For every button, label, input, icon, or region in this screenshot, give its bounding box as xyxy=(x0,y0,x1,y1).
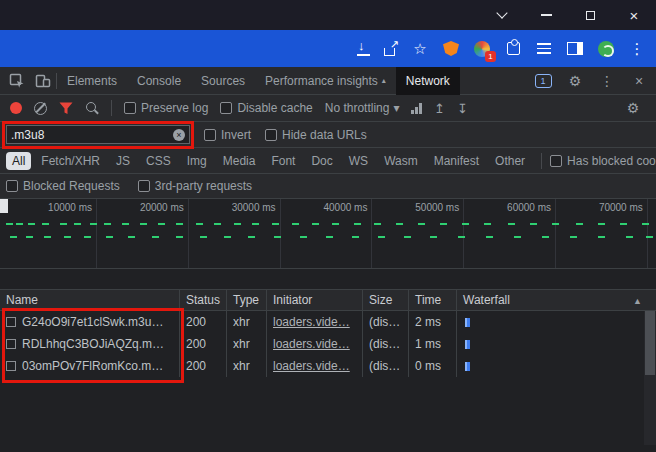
filter-input[interactable] xyxy=(11,128,170,142)
filter-pill-media[interactable]: Media xyxy=(217,152,262,170)
filter-pill-all[interactable]: All xyxy=(6,152,31,170)
minimize-button[interactable] xyxy=(524,0,568,30)
tab-bar-right-controls: 1 ⚙ ⋮ × xyxy=(530,68,652,94)
tab-network[interactable]: Network xyxy=(396,67,460,95)
initiator-link[interactable]: loaders.vide… xyxy=(273,359,350,373)
initiator-link[interactable]: loaders.vide… xyxy=(273,315,350,329)
network-activity-mark xyxy=(620,223,627,225)
network-activity-mark xyxy=(332,223,339,225)
download-tray xyxy=(357,54,370,56)
filter-pill-manifest[interactable]: Manifest xyxy=(428,152,485,170)
filter-pill-doc[interactable]: Doc xyxy=(305,152,338,170)
column-header-status[interactable]: Status xyxy=(180,290,227,310)
network-activity-mark xyxy=(642,223,649,225)
green-extension-icon[interactable] xyxy=(597,40,615,58)
filter-pill-js[interactable]: JS xyxy=(110,152,136,170)
request-name: G24oO9i7et1clSwk.m3u… xyxy=(22,315,163,329)
clear-filter-icon[interactable]: × xyxy=(173,129,185,141)
row-checkbox[interactable] xyxy=(6,317,16,327)
network-settings-gear-icon[interactable]: ⚙ xyxy=(620,95,646,121)
window-chevron-button[interactable] xyxy=(480,0,524,30)
export-har-icon[interactable]: ↧ xyxy=(457,101,468,116)
extension-badged-icon[interactable]: 1 xyxy=(473,40,491,58)
network-activity-mark xyxy=(90,223,97,225)
filter-funnel-icon[interactable] xyxy=(59,102,73,115)
title-bar: × xyxy=(0,0,656,30)
waterfall-bar xyxy=(465,318,470,327)
column-header-size[interactable]: Size xyxy=(363,290,409,310)
sort-arrow-icon[interactable]: ▲ xyxy=(633,296,642,306)
column-header-type[interactable]: Type xyxy=(227,290,267,310)
column-header-time[interactable]: Time xyxy=(409,290,457,310)
filter-pill-ws[interactable]: WS xyxy=(343,152,374,170)
timeline-tick-label: 30000 ms xyxy=(214,202,276,213)
close-devtools-icon[interactable]: × xyxy=(626,68,652,94)
third-party-checkbox[interactable] xyxy=(138,180,150,192)
reading-list-icon[interactable] xyxy=(535,40,553,58)
preserve-log-checkbox[interactable] xyxy=(124,102,136,114)
table-row[interactable]: G24oO9i7et1clSwk.m3u…200xhrloaders.vide…… xyxy=(0,311,656,333)
throttling-select[interactable]: No throttling ▾ xyxy=(325,101,400,115)
hide-data-urls-checkbox[interactable] xyxy=(265,129,277,141)
table-row[interactable]: RDLhhqC3BOJiAQZq.m…200xhrloaders.vide…(d… xyxy=(0,333,656,355)
disable-cache-checkbox[interactable] xyxy=(220,102,232,114)
record-button[interactable] xyxy=(10,102,22,114)
settings-gear-icon[interactable]: ⚙ xyxy=(562,68,588,94)
search-icon[interactable] xyxy=(85,101,99,115)
status-cell: 200 xyxy=(180,333,227,355)
clear-network-log-icon[interactable] xyxy=(34,102,47,115)
invert-checkbox[interactable] xyxy=(204,129,216,141)
filter-pill-wasm[interactable]: Wasm xyxy=(378,152,424,170)
metamask-icon[interactable] xyxy=(442,40,460,58)
column-header-name[interactable]: Name xyxy=(0,290,180,310)
row-checkbox[interactable] xyxy=(6,339,16,349)
browser-menu-icon[interactable]: ⋮ xyxy=(628,40,646,58)
blocked-requests-checkbox[interactable] xyxy=(6,180,18,192)
timeline-gridline xyxy=(280,199,281,268)
devtools-menu-icon[interactable]: ⋮ xyxy=(594,68,620,94)
has-blocked-cookies-checkbox-group: Has blocked cookies xyxy=(550,154,656,168)
messages-badge-icon[interactable]: 1 xyxy=(530,68,556,94)
bookmark-star-icon[interactable]: ☆ xyxy=(411,40,429,58)
tab-console[interactable]: Console xyxy=(127,67,191,95)
filter-pill-img[interactable]: Img xyxy=(181,152,213,170)
device-toolbar-icon[interactable] xyxy=(30,68,56,94)
row-checkbox[interactable] xyxy=(6,361,16,371)
side-panel-icon[interactable] xyxy=(566,40,584,58)
close-icon: × xyxy=(630,7,639,24)
has-blocked-cookies-checkbox[interactable] xyxy=(550,155,562,167)
tab-performance-insights[interactable]: Performance insights▴ xyxy=(255,67,396,95)
filter-pill-css[interactable]: CSS xyxy=(140,152,177,170)
maximize-button[interactable] xyxy=(568,0,612,30)
network-conditions-icon[interactable] xyxy=(411,103,422,114)
column-header-initiator[interactable]: Initiator xyxy=(267,290,363,310)
scrollbar-thumb[interactable] xyxy=(645,311,655,375)
timeline-gridline xyxy=(463,199,464,268)
extensions-puzzle-icon[interactable] xyxy=(504,40,522,58)
star-glyph: ☆ xyxy=(413,40,426,58)
extension-badge: 1 xyxy=(485,51,496,62)
network-activity-mark xyxy=(514,236,521,238)
filter-pill-other[interactable]: Other xyxy=(489,152,531,170)
filter-pill-fetch-xhr[interactable]: Fetch/XHR xyxy=(35,152,106,170)
import-har-icon[interactable]: ↥ xyxy=(434,101,445,116)
overview-handle[interactable] xyxy=(0,199,8,213)
vertical-scrollbar[interactable] xyxy=(644,311,656,445)
column-header-waterfall[interactable]: Waterfall▲ xyxy=(457,290,656,310)
tab-sources[interactable]: Sources xyxy=(191,67,255,95)
close-window-button[interactable]: × xyxy=(612,0,656,30)
third-party-checkbox-group: 3rd-party requests xyxy=(138,179,252,193)
share-icon[interactable]: ↗ xyxy=(384,41,398,56)
initiator-link[interactable]: loaders.vide… xyxy=(273,337,350,351)
size-cell-value: (disk … xyxy=(369,315,402,329)
column-header-label: Time xyxy=(415,293,441,307)
timeline-overview[interactable]: 10000 ms20000 ms30000 ms40000 ms50000 ms… xyxy=(0,199,656,269)
timeline-gridline xyxy=(555,199,556,268)
network-activity-mark xyxy=(74,223,81,225)
tab-elements[interactable]: Elements xyxy=(57,67,127,95)
download-icon[interactable]: ↓ xyxy=(357,41,371,56)
table-row[interactable]: 03omPOv7FlRomKco.m…200xhrloaders.vide…(d… xyxy=(0,355,656,377)
inspect-element-icon[interactable] xyxy=(4,68,30,94)
filter-pill-font[interactable]: Font xyxy=(265,152,301,170)
divider xyxy=(541,153,542,169)
